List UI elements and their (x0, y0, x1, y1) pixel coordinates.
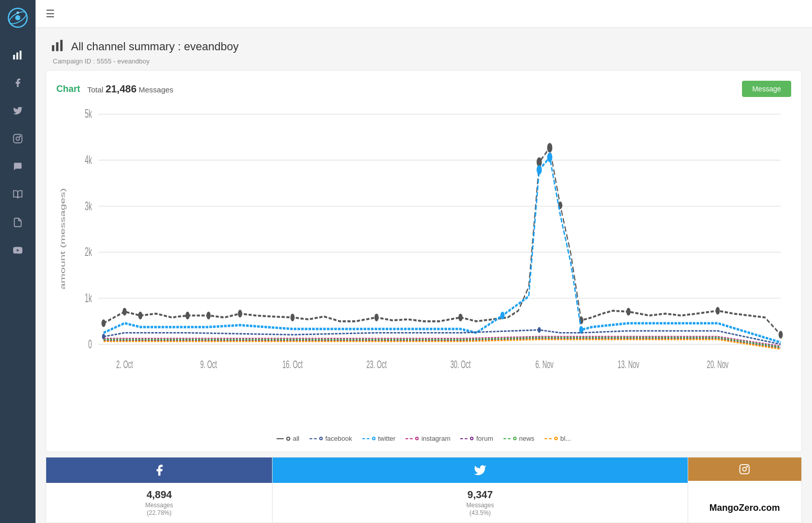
svg-point-9 (20, 136, 21, 137)
svg-point-53 (500, 312, 504, 319)
svg-point-8 (16, 137, 20, 140)
hamburger-menu[interactable]: ☰ (46, 8, 55, 20)
message-button[interactable]: Message (742, 81, 791, 97)
svg-text:1k: 1k (85, 291, 92, 305)
legend-label-blog: bl... (560, 435, 571, 442)
main-content: ☰ All channel summary : eveandboy Campai… (36, 0, 812, 523)
svg-text:0: 0 (88, 337, 92, 350)
svg-point-42 (375, 314, 379, 321)
svg-text:23. Oct: 23. Oct (366, 357, 387, 371)
svg-point-50 (779, 331, 783, 339)
chart-total-number: 21,486 (106, 83, 137, 94)
twitter-header (273, 457, 687, 483)
branding-stats: MangoZero.com (703, 481, 787, 522)
svg-point-49 (716, 307, 720, 314)
svg-text:amount (messages): amount (messages) (59, 188, 66, 289)
twitter-stats: 9,347 Messages (43.5%) (462, 483, 498, 522)
instagram-header (688, 457, 801, 481)
sidebar-item-news[interactable] (0, 180, 36, 208)
svg-point-48 (626, 308, 630, 315)
channel-summary: 4,894 Messages (22.78%) 9,347 Messages (… (46, 457, 802, 523)
svg-point-43 (458, 314, 462, 321)
svg-text:6. Nov: 6. Nov (535, 357, 554, 371)
svg-text:30. Oct: 30. Oct (450, 357, 470, 371)
topbar: ☰ (36, 0, 812, 28)
chart-header: Chart Total 21,486 Messages Message (56, 81, 791, 97)
chart-area: 5k 4k 3k 2k 1k 0 amount (messages) 2. Oc… (56, 105, 791, 431)
chart-total-suffix: Messages (139, 85, 173, 94)
branding-text: MangoZero.com (707, 485, 783, 518)
svg-point-35 (101, 319, 106, 327)
legend-item-all: all (277, 435, 299, 442)
svg-point-58 (743, 467, 747, 471)
svg-rect-5 (16, 52, 18, 59)
svg-point-59 (747, 466, 748, 467)
svg-point-37 (138, 312, 142, 319)
twitter-count: 9,347 (467, 489, 493, 501)
svg-point-3 (16, 11, 19, 14)
facebook-stats: 4,894 Messages (22.78%) (141, 483, 177, 522)
channel-block-branding: MangoZero.com (688, 457, 801, 522)
chart-svg: 5k 4k 3k 2k 1k 0 amount (messages) 2. Oc… (56, 105, 791, 431)
svg-point-52 (547, 152, 552, 162)
legend-item-forum: forum (460, 435, 493, 442)
page-header: All channel summary : eveandboy Campaign… (36, 28, 812, 70)
svg-text:4k: 4k (85, 153, 92, 167)
twitter-label: Messages (466, 502, 494, 509)
facebook-count: 4,894 (147, 489, 172, 501)
sidebar-item-analytics[interactable] (0, 41, 36, 69)
legend-item-instagram: instagram (405, 435, 450, 442)
legend-item-facebook: facebook (310, 435, 352, 442)
legend-label-forum: forum (476, 435, 493, 442)
legend-item-twitter: twitter (362, 435, 396, 442)
legend-label-twitter: twitter (378, 435, 396, 442)
svg-point-2 (15, 15, 20, 20)
chart-card: Chart Total 21,486 Messages Message (46, 70, 802, 452)
svg-rect-57 (740, 465, 749, 474)
legend-label-news: news (519, 435, 534, 442)
page-title-icon (51, 38, 65, 55)
app-logo[interactable] (5, 5, 30, 30)
svg-rect-13 (60, 40, 63, 51)
legend-label-instagram: instagram (421, 435, 450, 442)
svg-rect-4 (13, 55, 15, 59)
legend-item-blog: bl... (545, 435, 571, 442)
facebook-label: Messages (145, 502, 173, 509)
svg-rect-12 (56, 42, 59, 51)
svg-point-36 (122, 308, 126, 315)
sidebar-item-twitter[interactable] (0, 96, 36, 124)
sidebar-item-youtube[interactable] (0, 236, 36, 264)
chart-label: Chart (56, 84, 80, 94)
svg-rect-11 (52, 45, 54, 51)
svg-point-40 (238, 310, 242, 317)
chart-total: Total 21,486 Messages (87, 83, 174, 95)
twitter-pct: (43.5%) (469, 509, 491, 516)
svg-text:16. Oct: 16. Oct (282, 357, 302, 371)
legend-label-facebook: facebook (325, 435, 352, 442)
svg-text:2k: 2k (85, 245, 92, 258)
svg-rect-7 (14, 134, 22, 143)
svg-text:5k: 5k (85, 107, 92, 120)
page-subtitle: Campaign ID : 5555 - eveandboy (51, 57, 797, 65)
facebook-header (46, 457, 272, 483)
svg-point-51 (536, 165, 542, 175)
svg-text:2. Oct: 2. Oct (116, 357, 133, 371)
sidebar (0, 0, 36, 523)
channel-block-twitter[interactable]: 9,347 Messages (43.5%) (273, 457, 688, 522)
sidebar-item-facebook[interactable] (0, 69, 36, 96)
svg-text:3k: 3k (85, 199, 92, 212)
sidebar-item-document[interactable] (0, 208, 36, 236)
facebook-pct: (22.78%) (147, 509, 172, 516)
sidebar-item-instagram[interactable] (0, 124, 36, 152)
svg-point-41 (290, 314, 294, 321)
chart-total-label: Total (87, 85, 104, 94)
svg-point-39 (207, 312, 211, 319)
channel-block-facebook[interactable]: 4,894 Messages (22.78%) (46, 457, 273, 522)
svg-point-45 (547, 143, 552, 153)
svg-point-56 (537, 327, 540, 333)
chart-header-left: Chart Total 21,486 Messages (56, 83, 174, 95)
svg-text:9. Oct: 9. Oct (200, 357, 217, 371)
svg-text:13. Nov: 13. Nov (618, 357, 639, 371)
legend-label-all: all (293, 435, 299, 442)
sidebar-item-chat[interactable] (0, 152, 36, 180)
